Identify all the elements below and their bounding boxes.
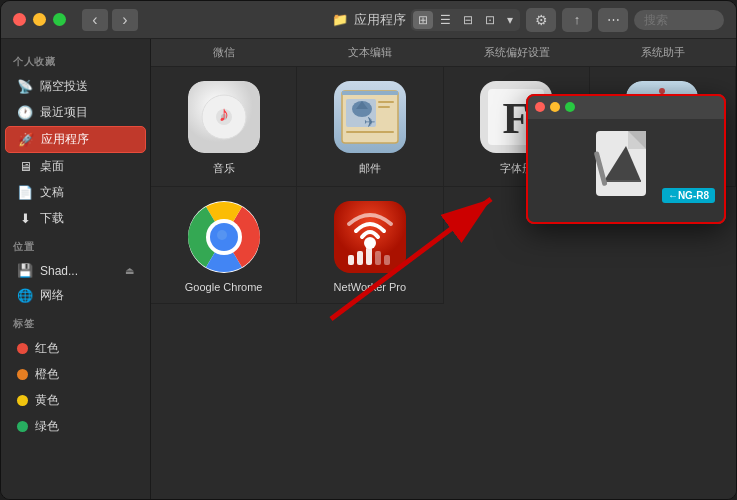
traffic-lights [13, 13, 66, 26]
sidebar-item-label: 隔空投送 [40, 78, 88, 95]
sidebar-item-network[interactable]: 🌐 网络 [5, 283, 146, 308]
mail-icon-svg: ✈ [334, 81, 406, 153]
drag-overlay-body: ←NG-R8 [527, 119, 725, 223]
folder-icon: 📁 [332, 12, 348, 27]
sidebar-item-label: 网络 [40, 287, 64, 304]
svg-rect-11 [378, 101, 394, 103]
ng-label: ←NG-R8 [662, 188, 715, 203]
networker-app-icon [334, 201, 406, 273]
sidebar-item-label: 应用程序 [41, 131, 89, 148]
sidebar-item-applications[interactable]: 🚀 应用程序 [5, 126, 146, 153]
svg-text:✈: ✈ [364, 114, 376, 130]
svg-rect-37 [348, 255, 354, 265]
eject-icon[interactable]: ⏏ [125, 265, 134, 276]
svg-rect-39 [366, 247, 372, 265]
window-title-area: 📁 应用程序 [332, 11, 406, 29]
drag-app-preview [586, 126, 666, 216]
sidebar-item-label: 下载 [40, 210, 64, 227]
drag-overlay-window: ←NG-R8 [526, 94, 726, 224]
applications-icon: 🚀 [18, 132, 34, 147]
col-header-assistant: 系统助手 [590, 39, 736, 66]
app-item-music[interactable]: ♪ 音乐 [151, 67, 297, 187]
view-grid-button[interactable]: ⊞ [413, 11, 433, 29]
share-button[interactable]: ↑ [562, 8, 592, 32]
music-app-icon: ♪ [188, 81, 260, 153]
file-area: 微信 文本编辑 系统偏好设置 系统助手 [151, 39, 736, 499]
sidebar-item-shad[interactable]: 💾 Shad... ⏏ [5, 259, 146, 282]
svg-rect-41 [384, 255, 390, 265]
tag-label: 绿色 [35, 418, 59, 435]
sidebar: 个人收藏 📡 隔空投送 🕐 最近项目 🚀 应用程序 🖥 桌面 📄 文稿 [1, 39, 151, 499]
close-button[interactable] [13, 13, 26, 26]
app-item-networker[interactable]: NetWorker Pro [297, 187, 443, 304]
chrome-icon-svg [188, 201, 260, 273]
airdrop-icon: 📡 [17, 79, 33, 94]
networker-label: NetWorker Pro [334, 281, 407, 293]
sidebar-tag-orange[interactable]: 橙色 [5, 362, 146, 387]
sidebar-item-label: Shad... [40, 264, 78, 278]
chrome-label: Google Chrome [185, 281, 263, 293]
view-list-button[interactable]: ☰ [435, 11, 456, 29]
sidebar-item-documents[interactable]: 📄 文稿 [5, 180, 146, 205]
drag-overlay-titlebar [527, 95, 725, 119]
red-dot [17, 343, 28, 354]
drag-close[interactable] [535, 102, 545, 112]
sidebar-tag-green[interactable]: 绿色 [5, 414, 146, 439]
sidebar-item-recent[interactable]: 🕐 最近项目 [5, 100, 146, 125]
music-icon-svg: ♪ [188, 81, 260, 153]
nav-buttons: ‹ › [82, 9, 138, 31]
svg-rect-13 [346, 131, 394, 133]
search-input[interactable] [634, 10, 724, 30]
sidebar-item-label: 文稿 [40, 184, 64, 201]
column-headers: 微信 文本编辑 系统偏好设置 系统助手 [151, 39, 736, 67]
green-dot [17, 421, 28, 432]
view-options-button[interactable]: ▾ [502, 11, 518, 29]
svg-rect-40 [375, 251, 381, 265]
col-header-prefs: 系统偏好设置 [444, 39, 590, 66]
sidebar-tag-yellow[interactable]: 黄色 [5, 388, 146, 413]
action-button[interactable]: ⋯ [598, 8, 628, 32]
sidebar-item-label: 桌面 [40, 158, 64, 175]
desktop-icon: 🖥 [17, 159, 33, 174]
sidebar-tag-red[interactable]: 红色 [5, 336, 146, 361]
sidebar-item-downloads[interactable]: ⬇ 下载 [5, 206, 146, 231]
view-mode-buttons: ⊞ ☰ ⊟ ⊡ ▾ [411, 9, 520, 31]
sidebar-section-locations: 位置 [1, 232, 150, 258]
chrome-app-icon [188, 201, 260, 273]
music-label: 音乐 [213, 161, 235, 176]
downloads-icon: ⬇ [17, 211, 33, 226]
view-column-button[interactable]: ⊟ [458, 11, 478, 29]
col-header-textedit: 文本编辑 [297, 39, 443, 66]
sidebar-section-tags: 标签 [1, 309, 150, 335]
svg-rect-12 [378, 106, 390, 108]
orange-dot [17, 369, 28, 380]
drag-minimize[interactable] [550, 102, 560, 112]
toolbar-right: ⊞ ☰ ⊟ ⊡ ▾ ⚙ ↑ ⋯ [411, 8, 724, 32]
tag-label: 红色 [35, 340, 59, 357]
svg-point-34 [217, 230, 227, 240]
drive-icon: 💾 [17, 263, 33, 278]
app-item-mail[interactable]: ✈ 邮件 [297, 67, 443, 187]
recent-icon: 🕐 [17, 105, 33, 120]
svg-text:♪: ♪ [218, 101, 229, 126]
svg-rect-7 [342, 91, 398, 95]
app-item-chrome[interactable]: Google Chrome [151, 187, 297, 304]
finder-window: ‹ › 📁 应用程序 ⊞ ☰ ⊟ ⊡ ▾ ⚙ ↑ ⋯ 个人收藏 [0, 0, 737, 500]
yellow-dot [17, 395, 28, 406]
content-area: 个人收藏 📡 隔空投送 🕐 最近项目 🚀 应用程序 🖥 桌面 📄 文稿 [1, 39, 736, 499]
sidebar-item-desktop[interactable]: 🖥 桌面 [5, 154, 146, 179]
fullscreen-button[interactable] [53, 13, 66, 26]
sidebar-item-airdrop[interactable]: 📡 隔空投送 [5, 74, 146, 99]
networker-icon-svg [334, 201, 406, 273]
forward-button[interactable]: › [112, 9, 138, 31]
gear-button[interactable]: ⚙ [526, 8, 556, 32]
minimize-button[interactable] [33, 13, 46, 26]
tag-label: 黄色 [35, 392, 59, 409]
window-title: 应用程序 [354, 11, 406, 29]
network-icon: 🌐 [17, 288, 33, 303]
drag-fullscreen[interactable] [565, 102, 575, 112]
mail-label: 邮件 [359, 161, 381, 176]
svg-rect-38 [357, 251, 363, 265]
view-gallery-button[interactable]: ⊡ [480, 11, 500, 29]
back-button[interactable]: ‹ [82, 9, 108, 31]
